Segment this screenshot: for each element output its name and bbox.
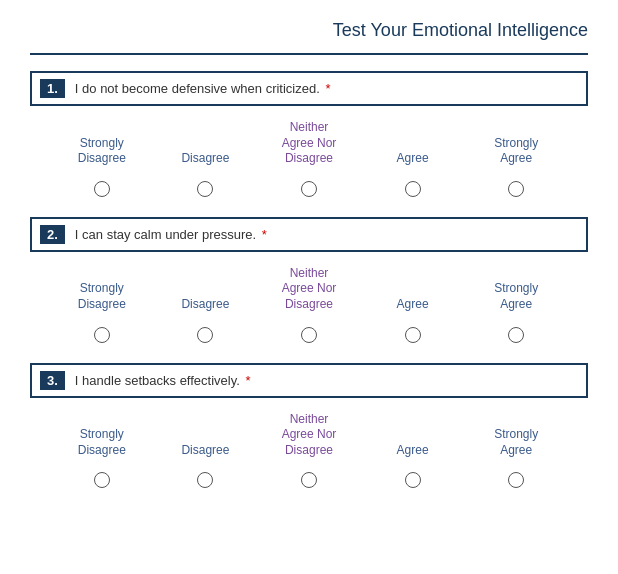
radio-circle-1-3[interactable] (301, 181, 317, 197)
option-label-text-3-5: StronglyAgree (494, 422, 538, 458)
question-text-1: I do not become defensive when criticize… (75, 81, 331, 96)
radio-circle-3-5[interactable] (508, 472, 524, 488)
option-label-1-2: Disagree (160, 131, 250, 173)
option-label-text-2-2: Disagree (181, 277, 229, 313)
radio-circle-3-1[interactable] (94, 472, 110, 488)
radio-wrap-3-2[interactable] (160, 472, 250, 488)
question-header-1: 1.I do not become defensive when critici… (30, 71, 588, 106)
radio-wrap-1-3[interactable] (264, 181, 354, 197)
option-label-2-1: StronglyDisagree (57, 277, 147, 319)
options-labels-row-2: StronglyDisagreeDisagreeNeitherAgree Nor… (30, 266, 588, 319)
option-label-2-3: NeitherAgree NorDisagree (264, 266, 354, 319)
radio-circle-2-5[interactable] (508, 327, 524, 343)
radio-wrap-2-2[interactable] (160, 327, 250, 343)
question-number-1: 1. (40, 79, 65, 98)
radio-wrap-3-1[interactable] (57, 472, 147, 488)
option-label-2-5: StronglyAgree (471, 277, 561, 319)
radio-wrap-1-2[interactable] (160, 181, 250, 197)
option-label-text-3-3: NeitherAgree NorDisagree (282, 412, 337, 459)
required-marker-2: * (262, 227, 267, 242)
radio-row-3 (30, 472, 588, 488)
radio-wrap-1-4[interactable] (368, 181, 458, 197)
radio-circle-3-4[interactable] (405, 472, 421, 488)
option-label-1-3: NeitherAgree NorDisagree (264, 120, 354, 173)
radio-circle-3-2[interactable] (197, 472, 213, 488)
option-label-text-2-3: NeitherAgree NorDisagree (282, 266, 337, 313)
radio-wrap-2-4[interactable] (368, 327, 458, 343)
option-label-2-4: Agree (368, 277, 458, 319)
option-label-text-2-4: Agree (397, 277, 429, 313)
option-label-text-3-2: Disagree (181, 422, 229, 458)
radio-wrap-1-5[interactable] (471, 181, 561, 197)
radio-wrap-2-5[interactable] (471, 327, 561, 343)
radio-circle-1-2[interactable] (197, 181, 213, 197)
radio-wrap-2-1[interactable] (57, 327, 147, 343)
required-marker-1: * (325, 81, 330, 96)
option-label-2-2: Disagree (160, 277, 250, 319)
question-block-3: 3.I handle setbacks effectively. *Strong… (30, 363, 588, 489)
question-block-1: 1.I do not become defensive when critici… (30, 71, 588, 197)
option-label-text-1-3: NeitherAgree NorDisagree (282, 120, 337, 167)
question-header-3: 3.I handle setbacks effectively. * (30, 363, 588, 398)
option-label-1-5: StronglyAgree (471, 131, 561, 173)
radio-circle-3-3[interactable] (301, 472, 317, 488)
question-text-3: I handle setbacks effectively. * (75, 373, 251, 388)
questions-container: 1.I do not become defensive when critici… (30, 71, 588, 488)
radio-circle-1-1[interactable] (94, 181, 110, 197)
option-label-text-3-4: Agree (397, 422, 429, 458)
radio-wrap-3-4[interactable] (368, 472, 458, 488)
question-number-3: 3. (40, 371, 65, 390)
question-block-2: 2.I can stay calm under pressure. *Stron… (30, 217, 588, 343)
required-marker-3: * (245, 373, 250, 388)
option-label-text-2-5: StronglyAgree (494, 277, 538, 313)
radio-circle-1-5[interactable] (508, 181, 524, 197)
radio-wrap-3-3[interactable] (264, 472, 354, 488)
radio-circle-2-1[interactable] (94, 327, 110, 343)
radio-wrap-2-3[interactable] (264, 327, 354, 343)
header-divider (30, 53, 588, 55)
radio-row-2 (30, 327, 588, 343)
radio-wrap-1-1[interactable] (57, 181, 147, 197)
option-label-3-2: Disagree (160, 422, 250, 464)
option-label-text-1-5: StronglyAgree (494, 131, 538, 167)
question-number-2: 2. (40, 225, 65, 244)
radio-row-1 (30, 181, 588, 197)
option-label-1-4: Agree (368, 131, 458, 173)
radio-circle-2-4[interactable] (405, 327, 421, 343)
question-header-2: 2.I can stay calm under pressure. * (30, 217, 588, 252)
radio-circle-1-4[interactable] (405, 181, 421, 197)
option-label-3-5: StronglyAgree (471, 422, 561, 464)
radio-circle-2-3[interactable] (301, 327, 317, 343)
option-label-text-1-1: StronglyDisagree (78, 131, 126, 167)
option-label-3-3: NeitherAgree NorDisagree (264, 412, 354, 465)
option-label-1-1: StronglyDisagree (57, 131, 147, 173)
option-label-3-1: StronglyDisagree (57, 422, 147, 464)
question-text-2: I can stay calm under pressure. * (75, 227, 267, 242)
options-labels-row-1: StronglyDisagreeDisagreeNeitherAgree Nor… (30, 120, 588, 173)
option-label-text-3-1: StronglyDisagree (78, 422, 126, 458)
option-label-text-1-4: Agree (397, 131, 429, 167)
page-title: Test Your Emotional Intelligence (30, 20, 588, 41)
radio-circle-2-2[interactable] (197, 327, 213, 343)
option-label-text-2-1: StronglyDisagree (78, 277, 126, 313)
option-label-3-4: Agree (368, 422, 458, 464)
options-labels-row-3: StronglyDisagreeDisagreeNeitherAgree Nor… (30, 412, 588, 465)
option-label-text-1-2: Disagree (181, 131, 229, 167)
radio-wrap-3-5[interactable] (471, 472, 561, 488)
